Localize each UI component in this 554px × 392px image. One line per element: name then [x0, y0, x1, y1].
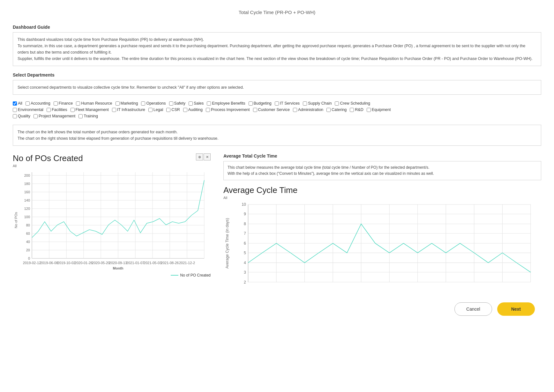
svg-text:5: 5 [244, 251, 246, 255]
checkbox-human-resource[interactable]: Human Resource [76, 101, 112, 106]
svg-text:2020-01-26: 2020-01-26 [75, 261, 93, 265]
svg-text:2021-05-03: 2021-05-03 [144, 261, 161, 265]
svg-text:2019-02-12: 2019-02-12 [23, 261, 41, 265]
svg-text:60: 60 [26, 232, 30, 235]
checkbox-project-management[interactable]: Project Management [34, 114, 75, 118]
chart-info-box: The chart on the left shows the total nu… [13, 125, 541, 146]
checkbox-catering[interactable]: Catering [326, 107, 347, 112]
checkbox-it-infrastructure[interactable]: IT Infrastructure [112, 107, 145, 112]
right-chart-svg: 2 3 4 5 6 7 8 9 10 Average Cycle Time (i… [223, 201, 541, 293]
right-chart-title: Average Total Cycle Time [223, 153, 541, 159]
dashboard-guide-box: This dashboard visualizes total cycle ti… [13, 32, 541, 66]
checkbox-crew-scheduling[interactable]: Crew Scheduling [335, 101, 370, 106]
departments-hint-text: Select concerned departments to visualiz… [18, 85, 244, 90]
checkbox-accounting[interactable]: Accounting [26, 101, 50, 106]
checkbox-safety[interactable]: Safety [169, 101, 185, 106]
svg-text:2021-01-07: 2021-01-07 [126, 261, 144, 265]
checkbox-supply-chain[interactable]: Supply Chain [303, 101, 332, 106]
svg-text:8: 8 [244, 222, 246, 226]
svg-text:2020-09-13: 2020-09-13 [109, 261, 127, 265]
svg-text:Average Cycle Time (in days): Average Cycle Time (in days) [225, 218, 229, 269]
right-chart-section: Average Total Cycle Time This chart belo… [223, 153, 541, 293]
chart-info-line2: The chart on the right shows total time … [18, 135, 536, 142]
dashboard-guide-section: Dashboard Guide This dashboard visualize… [13, 25, 541, 66]
legend-line-icon [171, 275, 178, 276]
svg-text:2019-06-08: 2019-06-08 [40, 261, 58, 265]
select-departments-section: Select Departments Select concerned depa… [13, 72, 541, 118]
reset-icon[interactable]: ✕ [204, 153, 211, 160]
svg-text:40: 40 [26, 240, 30, 244]
svg-text:No of POs: No of POs [14, 212, 18, 228]
checkbox-csr[interactable]: CSR [166, 107, 180, 112]
left-chart-title: No of POs Created [13, 153, 211, 163]
checkbox-finance[interactable]: Finance [54, 101, 73, 106]
svg-text:7: 7 [244, 232, 246, 236]
svg-text:2021-12-2: 2021-12-2 [179, 261, 195, 265]
checkbox-administration[interactable]: Administration [293, 107, 323, 112]
svg-text:160: 160 [24, 190, 30, 194]
dashboard-guide-line1: This dashboard visualizes total cycle ti… [18, 36, 536, 43]
svg-text:3: 3 [244, 270, 246, 275]
svg-text:80: 80 [26, 223, 30, 227]
svg-text:2020-05-20: 2020-05-20 [92, 261, 110, 265]
checkbox-legal[interactable]: Legal [148, 107, 163, 112]
dashboard-guide-label: Dashboard Guide [13, 25, 541, 30]
svg-text:20: 20 [26, 248, 30, 252]
checkbox-equipment[interactable]: Equipment [367, 107, 391, 112]
checkbox-employee-benefits[interactable]: Employee Benefits [207, 101, 245, 106]
checkbox-budgeting[interactable]: Budgeting [249, 101, 272, 106]
left-chart-legend: No of PO Created [13, 273, 211, 277]
left-chart-section: No of POs Created All ⊕ ✕ [13, 153, 211, 277]
dashboard-guide-line2: To summarize, in this use case, a depart… [18, 43, 536, 55]
left-chart-subtitle: All [13, 164, 211, 168]
avg-chart-title: Average Cycle Time [223, 185, 541, 195]
page-title: Total Cycle Time (PR-PO + PO-WH) [13, 10, 541, 15]
legend-label: No of PO Created [180, 273, 211, 277]
right-chart-info-box: This chart below measures the average to… [223, 161, 541, 180]
svg-text:2019-10-02: 2019-10-02 [57, 261, 75, 265]
checkbox-marketing[interactable]: Marketing [116, 101, 138, 106]
checkbox-row-3: Quality Project Management Training [13, 114, 541, 118]
charts-container: No of POs Created All ⊕ ✕ [13, 153, 541, 293]
dashboard-guide-line3: Supplier, fulfills the order until it de… [18, 55, 536, 62]
svg-text:200: 200 [24, 174, 30, 177]
right-chart-wrapper: 2 3 4 5 6 7 8 9 10 Average Cycle Time (i… [223, 201, 541, 293]
next-button[interactable]: Next [497, 302, 535, 316]
checkbox-it-services[interactable]: IT Services [275, 101, 300, 106]
checkbox-rnd[interactable]: R&D [350, 107, 363, 112]
checkbox-training[interactable]: Training [79, 114, 98, 118]
svg-text:0: 0 [28, 256, 30, 260]
checkbox-sales[interactable]: Sales [189, 101, 204, 106]
svg-text:2: 2 [244, 280, 246, 285]
checkbox-environmental[interactable]: Environmental [13, 107, 43, 112]
svg-text:2021-08-26: 2021-08-26 [161, 261, 179, 265]
svg-text:100: 100 [24, 215, 30, 219]
checkbox-fleet-management[interactable]: Fleet Management [71, 107, 109, 112]
checkbox-quality[interactable]: Quality [13, 114, 30, 118]
cancel-button[interactable]: Cancel [454, 302, 492, 316]
footer-buttons: Cancel Next [13, 302, 541, 316]
left-chart-wrapper: 0 20 40 60 80 100 120 140 160 180 200 No… [13, 169, 211, 271]
checkbox-process-improvement[interactable]: Process Improvement [206, 107, 250, 112]
zoom-icon[interactable]: ⊕ [196, 153, 203, 160]
svg-text:180: 180 [24, 182, 30, 186]
avg-chart-subtitle: All [223, 196, 541, 200]
departments-hint-box: Select concerned departments to visualiz… [13, 80, 541, 95]
right-info-line1: This chart below measures the average to… [228, 165, 537, 171]
left-chart-icons: ⊕ ✕ [196, 153, 211, 160]
svg-text:Month: Month [113, 266, 124, 270]
checkbox-auditing[interactable]: Auditing [183, 107, 203, 112]
svg-text:10: 10 [242, 203, 246, 207]
svg-text:4: 4 [244, 261, 246, 265]
right-info-line2: With the help of a check box ("Convert t… [228, 171, 537, 177]
checkbox-facilities[interactable]: Facilities [47, 107, 67, 112]
checkbox-operations[interactable]: Operations [141, 101, 166, 106]
checkbox-customer-service[interactable]: Customer Service [253, 107, 290, 112]
checkboxes-area: All Accounting Finance Human Resource Ma… [13, 101, 541, 118]
checkbox-all[interactable]: All [13, 101, 22, 106]
checkbox-row-1: All Accounting Finance Human Resource Ma… [13, 101, 541, 106]
svg-text:6: 6 [244, 241, 246, 246]
left-chart-svg: 0 20 40 60 80 100 120 140 160 180 200 No… [13, 169, 211, 271]
svg-text:140: 140 [24, 198, 30, 202]
svg-text:120: 120 [24, 207, 30, 211]
